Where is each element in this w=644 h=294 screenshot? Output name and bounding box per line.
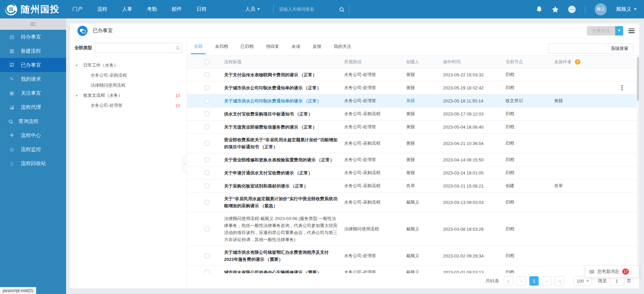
checkbox[interactable] [205,270,209,273]
row-operator: 黄丽 [554,98,611,104]
sidebar-item-my-request[interactable]: ✎我的请求 [0,72,66,86]
menu-item-4[interactable]: 考勤 [147,6,157,12]
sidebar-item-follow[interactable]: ▣关注事宜 [0,86,66,100]
tree-node-4[interactable]: ▾收发文流程（水务）10 [74,90,182,100]
table-row[interactable]: 营业部收费系统关于“非居民用水超定额累计加价”功能增加的项目中标通知书 （正常）… [187,134,639,153]
global-search [273,4,349,14]
select-all-checkbox[interactable] [205,60,209,64]
row-checkbox-cell [187,253,224,258]
list-search-input[interactable] [552,46,611,51]
chevron-down-icon[interactable]: ▾ [76,93,83,98]
jump-page-input[interactable] [609,276,624,286]
checkbox[interactable] [205,183,209,188]
tab-7[interactable]: 我的关注 [334,44,351,54]
checkbox[interactable] [205,98,209,103]
checkbox[interactable] [205,72,209,77]
tree-filter-input[interactable] [98,46,176,51]
prev-page-button[interactable]: ‹ [517,276,526,286]
global-search-input[interactable] [279,7,336,12]
search-icon[interactable] [339,7,343,11]
table-row[interactable]: 关于城市供水公司印制水费通知单的请示 （正常）水务公司-处理签黄丽2023-05… [187,81,639,94]
col-operator-label: 未操作者 [554,59,572,64]
menu-item-5[interactable]: 邮件 [172,6,182,12]
checkbox[interactable] [205,85,209,90]
table-row[interactable]: 关于采购化验室试剂和器材的请示 （正常）水务公司-采购流程肖举2023-03-2… [187,179,639,193]
scrollbar-thumb[interactable] [637,57,639,101]
tab-6[interactable]: 反馈 [313,44,321,54]
user-menu[interactable]: 戴顺义 [616,6,637,12]
scrollbar[interactable] [637,56,639,273]
search-icon[interactable] [611,47,612,50]
tab-1[interactable]: 全部 [194,44,203,54]
checkbox[interactable] [205,157,209,162]
help-icon[interactable]: ? [575,59,580,65]
checkbox[interactable] [205,125,209,129]
tab-2[interactable]: 未归档 [215,44,228,54]
page-size-select[interactable]: 100 [574,276,592,286]
table-row[interactable]: 关于申请开通供水支付宝收费的请示 （正常）水务公司-采购流程黄丽2023-03-… [187,166,639,179]
checkbox[interactable] [205,253,209,258]
sidebar-item-proxy[interactable]: ◪流程代理 [0,100,66,114]
list-view-icon[interactable] [629,28,635,33]
search-icon[interactable] [176,46,179,50]
chat-bubble-icon [589,270,594,274]
jump-label: 跳至 [598,278,607,284]
checkbox[interactable] [205,227,209,231]
checkbox[interactable] [205,200,209,205]
table-row[interactable]: 关于城市供水公司印制水费通知单的请示 （正常）水务公司-处理签黄丽2023-05… [187,94,639,107]
proxy-icon: ◪ [9,104,15,110]
apps-grid-icon[interactable] [232,6,238,12]
tree-node-3[interactable]: 法律顾问使用流程 [74,80,182,90]
sidebar-item-center[interactable]: ❖流程中心 [0,128,66,142]
more-options-icon[interactable]: ··· [568,6,576,13]
sidebar-item-monitor[interactable]: ◎流程监控 [0,142,66,156]
tree-panel: 全部类型 ▾日常工作（水务）水务公司-采购流程法律顾问使用流程▾收发文流程（水务… [70,38,187,289]
next-page-button[interactable]: › [542,276,551,286]
chevron-down-icon[interactable]: ▾ [76,63,83,68]
brand[interactable]: 随州国投 [0,3,68,16]
checkbox[interactable] [205,170,209,175]
module-switcher[interactable]: 人员 [245,6,260,12]
tab-4[interactable]: 待回复 [266,44,279,54]
tab-3[interactable]: 已归档 [240,44,254,54]
row-checkbox-cell [187,85,224,90]
table-row[interactable]: 关于支付远传水表物联网卡费用的请示 （正常）水务公司-处理签黄丽2023-05-… [187,68,639,81]
hamburger-menu-icon[interactable] [219,7,225,12]
current-page-button[interactable]: 1 [529,276,539,286]
menu-item-6[interactable]: 日程 [197,6,207,12]
menu-item-2[interactable]: 流程 [97,6,107,12]
tree-collapse-handle[interactable]: ‹ [182,155,187,172]
sidebar-item-new-flow[interactable]: ▦新建流程 [0,44,66,58]
last-page-button[interactable]: ›| [555,276,564,286]
more-actions-icon[interactable] [621,84,624,91]
checkbox[interactable] [205,141,209,146]
batch-follow-button[interactable]: 批量关注 [587,26,623,35]
table-row[interactable]: 关于城市供水有限公司续签鄂汇办水费查询程序及支付2023年服务费的请示 （重要）… [187,246,639,266]
tab-5[interactable]: 未读 [291,44,300,54]
table-row[interactable]: 关于营业部维修和更换水表检验装置费用的请示 （正常）水务公司-处理签黄丽2023… [187,153,639,166]
avatar[interactable]: 顺义 [595,3,607,15]
sidebar-item-done[interactable]: ☑已办事宜 [0,58,66,72]
menu-item-1[interactable]: 门户 [72,6,83,12]
table-row[interactable]: 法律顾问使用流程-戴顺义-2023-03-06 (服务类型:一般性法律事务，包括… [187,212,639,246]
batch-follow-dropdown[interactable] [615,26,623,35]
tree-node-5[interactable]: 水务公司-处理签10 [74,100,182,111]
sidebar-item-query[interactable]: 查询流程 [0,114,66,128]
table-row[interactable]: 供水支付宝收费采购项目中标通知书 （正常）水务公司-采购流程黄丽2023-05-… [187,107,639,121]
tree-node-2[interactable]: 水务公司-采购流程 [74,70,182,80]
notifications-bell-icon[interactable] [536,6,542,13]
tree-node-1[interactable]: ▾日常工作（水务） [74,60,182,70]
table-row[interactable]: 关于充值营业部催费短信服务费的请示 （正常）水务公司-处理签黄丽2023-05-… [187,121,639,134]
advanced-search-button[interactable]: 高级搜索 [606,44,633,54]
table-row[interactable]: 关于“非居民用水超定额累计加价”实行中营业部收费系统功能增加的采购请示 （紧急）… [187,193,639,212]
sidebar-collapse-toggle[interactable] [0,18,66,30]
checkbox[interactable] [205,112,209,116]
table-row[interactable]: 城市供水有限公司抄表中心车辆维修请示 （重要）水务公司-处理签戴顺义2023-0… [187,266,639,273]
favorites-star-icon[interactable] [552,6,559,13]
sidebar-item-recycle[interactable]: ▯流程回收站 [0,156,66,170]
first-page-button[interactable]: |‹ [504,276,513,286]
sidebar-item-todo[interactable]: ▤待办事宜 [0,30,66,44]
new-message-toast[interactable]: 您有新消息 17 [585,266,639,278]
col-node: 当前节点 [505,59,554,65]
menu-item-3[interactable]: 人事 [122,6,132,12]
